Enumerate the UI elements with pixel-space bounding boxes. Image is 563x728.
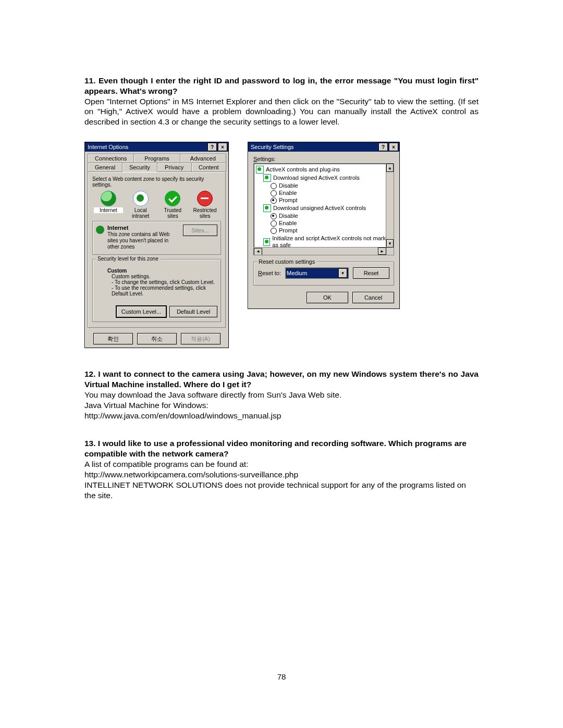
gear-icon: [263, 174, 271, 182]
reset-legend: Reset custom settings: [257, 258, 316, 265]
zone-intranet-label: Local intranet: [126, 207, 155, 219]
opt-g1-2[interactable]: Prompt: [271, 227, 394, 235]
opt-g1-0[interactable]: Disable: [271, 213, 394, 220]
globe-mini-icon: [96, 226, 104, 234]
tab-advanced[interactable]: Advanced: [180, 154, 226, 163]
zone-instruction: Select a Web content zone to specify its…: [92, 176, 221, 188]
security-tab-panel: Select a Web content zone to specify its…: [88, 171, 226, 328]
zoneinfo-head: Internet: [107, 225, 180, 231]
close-button[interactable]: ×: [218, 143, 227, 151]
zoneinfo-text: This zone contains all Web sites you hav…: [107, 231, 180, 250]
security-level-legend: Security level for this zone: [96, 256, 160, 262]
reset-to-value: Medium: [287, 270, 338, 276]
settings-label: Settings:: [253, 156, 394, 162]
zone-info-box: Internet This zone contains all Web site…: [92, 221, 221, 255]
default-level-button[interactable]: Default Level: [169, 306, 217, 317]
tree-g1: Download unsigned ActiveX controls: [273, 205, 366, 212]
custom-line3: - To use the recommended settings, click…: [112, 285, 217, 297]
zone-restricted-label: Restricted sites: [190, 207, 219, 219]
restricted-icon: [197, 191, 213, 206]
chevron-down-icon[interactable]: ▼: [338, 268, 347, 278]
tab-security[interactable]: Security: [122, 163, 157, 172]
scroll-up-icon[interactable]: ▲: [386, 164, 394, 172]
ss-title: Security Settings: [249, 144, 377, 150]
scroll-right-icon[interactable]: ►: [378, 248, 386, 255]
ok-button[interactable]: 확인: [93, 333, 133, 344]
screenshot-dialogs: Internet Options ? × Connections Program…: [84, 142, 479, 348]
faq13-answer-l1: A list of compatible programs can be fou…: [84, 459, 479, 470]
intranet-icon: [133, 191, 149, 206]
gear-icon: [256, 166, 264, 174]
tree-g0: Download signed ActiveX controls: [273, 175, 360, 182]
zones-row: Internet Local intranet Trusted sites: [92, 191, 221, 219]
security-settings-dialog: Security Settings ? × Settings: ActiveX …: [248, 142, 400, 309]
tab-privacy[interactable]: Privacy: [157, 163, 192, 171]
scroll-down-icon[interactable]: ▼: [386, 239, 394, 248]
scroll-corner: [386, 248, 394, 255]
help-button[interactable]: ?: [378, 143, 388, 151]
cancel-button[interactable]: 취소: [137, 333, 177, 344]
faq12-answer-l2: Java Virtual Machine for Windows:: [84, 400, 479, 411]
gear-icon: [263, 238, 270, 246]
scrollbar-horizontal[interactable]: ◄ ►: [254, 247, 386, 255]
zone-trusted[interactable]: Trusted sites: [158, 191, 187, 219]
close-button[interactable]: ×: [389, 143, 398, 151]
tab-connections[interactable]: Connections: [88, 154, 134, 163]
scroll-left-icon[interactable]: ◄: [254, 248, 262, 255]
ok-button[interactable]: OK: [307, 292, 348, 303]
opt-g1-1[interactable]: Enable: [271, 220, 394, 227]
faq11-question: 11. Even though I enter the right ID and…: [84, 76, 479, 96]
faq11-answer: Open "Internet Options" in MS Internet E…: [84, 96, 479, 127]
zone-internet[interactable]: Internet: [94, 191, 123, 219]
faq12-answer-l3: http://www.java.com/en/download/windows_…: [84, 411, 479, 421]
io-title: Internet Options: [86, 144, 206, 150]
zone-local-intranet[interactable]: Local intranet: [126, 191, 155, 219]
gear-icon: [263, 204, 271, 212]
globe-icon: [101, 191, 116, 206]
io-titlebar: Internet Options ? ×: [85, 142, 228, 152]
sites-button[interactable]: Sites...: [183, 225, 217, 236]
page-number: 78: [84, 672, 479, 681]
tab-content[interactable]: Content: [191, 163, 226, 171]
help-button[interactable]: ?: [207, 143, 217, 151]
internet-options-dialog: Internet Options ? × Connections Program…: [84, 142, 229, 348]
opt-g0-1[interactable]: Enable: [271, 190, 394, 197]
cancel-button[interactable]: Cancel: [352, 292, 394, 303]
reset-to-combo[interactable]: Medium ▼: [285, 267, 349, 279]
zone-restricted[interactable]: Restricted sites: [190, 191, 219, 219]
faq13-question: 13. I would like to use a professional v…: [84, 438, 479, 459]
faq13-answer-l2: http://www.networkipcamera.com/solutions…: [84, 470, 479, 480]
scrollbar-vertical[interactable]: ▲ ▼: [386, 164, 394, 248]
apply-button[interactable]: 적용(A): [181, 333, 221, 344]
faq11-question-text: 11. Even though I enter the right ID and…: [84, 76, 479, 95]
opt-g0-2[interactable]: Prompt: [271, 197, 394, 204]
custom-line2: - To change the settings, click Custom L…: [112, 279, 217, 285]
reset-to-label: Reset to:: [258, 270, 281, 276]
custom-line1: Custom settings.: [112, 274, 217, 279]
reset-button[interactable]: Reset: [353, 267, 389, 279]
ss-titlebar: Security Settings ? ×: [248, 142, 399, 152]
zone-trusted-label: Trusted sites: [158, 207, 187, 219]
trusted-icon: [165, 191, 180, 206]
zone-internet-label: Internet: [94, 207, 123, 213]
security-level-group: Security level for this zone Custom Cust…: [92, 259, 221, 322]
custom-level-button[interactable]: Custom Level...: [116, 306, 166, 317]
reset-custom-group: Reset custom settings Reset to: Medium ▼…: [253, 262, 394, 286]
settings-listbox[interactable]: ActiveX controls and plug-ins Download s…: [253, 163, 394, 255]
faq12-answer-l1: You may download the Java software direc…: [84, 390, 479, 400]
faq12-question: 12. I want to connect to the camera usin…: [84, 369, 479, 390]
tree-root: ActiveX controls and plug-ins: [266, 166, 340, 174]
tab-programs[interactable]: Programs: [133, 154, 180, 163]
custom-head: Custom: [107, 268, 217, 274]
opt-g0-0[interactable]: Disable: [271, 182, 394, 190]
faq13-answer-l3: INTELLINET NETWORK SOLUTIONS does not pr…: [84, 480, 479, 501]
tab-general[interactable]: General: [88, 163, 123, 171]
